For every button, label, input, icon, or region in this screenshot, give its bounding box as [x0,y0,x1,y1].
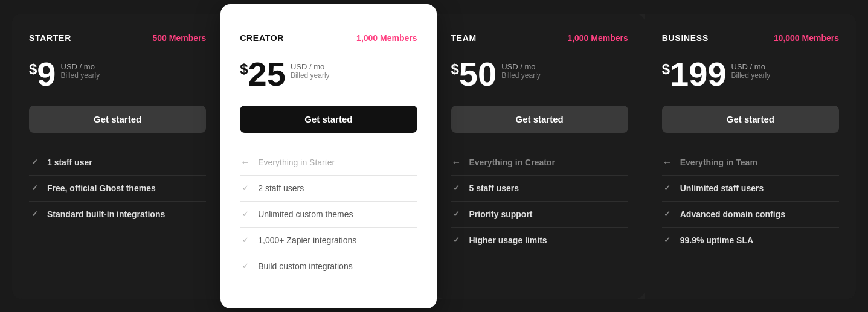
features-list-business: ←Everything in Team✓Unlimited staff user… [662,150,839,253]
feature-text-creator-3: 1,000+ Zapier integrations [258,235,356,245]
feature-text-team-1: 5 staff users [469,183,519,193]
get-started-starter[interactable]: Get started [29,106,206,133]
price-currency-business: $ [662,61,670,78]
check-icon: ✓ [240,183,251,194]
check-icon: ✓ [29,209,40,220]
plan-header-starter: STARTER500 Members [29,33,206,43]
feature-item-starter-1: ✓Free, official Ghost themes [29,176,206,202]
feature-text-business-0: Everything in Team [680,158,757,167]
check-icon: ✓ [662,235,673,246]
feature-text-creator-0: Everything in Starter [258,158,335,167]
feature-item-creator-2: ✓Unlimited custom themes [240,202,417,228]
features-list-starter: ✓1 staff user✓Free, official Ghost theme… [29,150,206,227]
feature-item-business-1: ✓Unlimited staff users [662,176,839,202]
get-started-creator[interactable]: Get started [240,106,417,133]
price-currency-creator: $ [240,61,248,78]
arrow-left-icon: ← [451,157,462,168]
plan-members-creator: 1,000 Members [356,33,417,43]
check-icon: ✓ [29,183,40,194]
feature-item-team-2: ✓Priority support [451,202,628,228]
price-billing-creator: Billed yearly [291,71,330,80]
price-currency-team: $ [451,61,459,78]
feature-text-starter-0: 1 staff user [47,158,92,167]
feature-item-business-2: ✓Advanced domain configs [662,202,839,228]
check-icon: ✓ [451,209,462,220]
plan-header-team: TEAM1,000 Members [451,33,628,43]
feature-item-creator-4: ✓Build custom integrations [240,253,417,279]
plan-header-business: BUSINESS10,000 Members [662,33,839,43]
pricing-container: STARTER500 Members$9USD / moBilled yearl… [12,14,856,299]
price-period-creator: USD / mo [291,62,330,71]
features-list-creator: ←Everything in Starter✓2 staff users✓Unl… [240,150,417,279]
feature-text-business-2: Advanced domain configs [680,209,785,219]
price-currency-starter: $ [29,61,37,78]
check-icon: ✓ [662,183,673,194]
price-number-team: 50 [459,57,497,91]
check-icon: ✓ [29,157,40,168]
feature-item-business-3: ✓99.9% uptime SLA [662,228,839,253]
price-number-business: 199 [670,57,726,91]
price-period-starter: USD / mo [61,62,100,71]
plan-starter: STARTER500 Members$9USD / moBilled yearl… [12,14,223,299]
feature-text-creator-2: Unlimited custom themes [258,209,353,219]
check-icon: ✓ [240,261,251,272]
feature-text-team-2: Priority support [469,209,533,219]
feature-text-business-1: Unlimited staff users [680,183,764,193]
plan-name-starter: STARTER [29,33,71,43]
feature-item-team-0: ←Everything in Creator [451,150,628,176]
check-icon: ✓ [662,209,673,220]
feature-item-business-0: ←Everything in Team [662,150,839,176]
plan-business: BUSINESS10,000 Members$199USD / moBilled… [645,14,856,299]
feature-text-business-3: 99.9% uptime SLA [680,235,753,245]
plan-price-starter: $9USD / moBilled yearly [29,57,206,91]
feature-item-starter-0: ✓1 staff user [29,150,206,176]
check-icon: ✓ [451,183,462,194]
plan-header-creator: CREATOR1,000 Members [240,33,417,43]
feature-text-team-0: Everything in Creator [469,158,555,167]
plan-price-business: $199USD / moBilled yearly [662,57,839,91]
plan-members-starter: 500 Members [153,33,207,43]
feature-item-team-1: ✓5 staff users [451,176,628,202]
feature-text-creator-4: Build custom integrations [258,261,352,271]
feature-item-creator-0: ←Everything in Starter [240,150,417,176]
plan-price-team: $50USD / moBilled yearly [451,57,628,91]
price-number-creator: 25 [248,57,286,91]
plan-team: TEAM1,000 Members$50USD / moBilled yearl… [434,14,645,299]
price-number-starter: 9 [37,57,56,91]
price-billing-business: Billed yearly [731,71,771,80]
check-icon: ✓ [240,209,251,220]
plan-name-creator: CREATOR [240,33,284,43]
check-icon: ✓ [451,235,462,246]
feature-text-team-3: Higher usage limits [469,235,547,245]
feature-text-starter-1: Free, official Ghost themes [47,183,156,193]
feature-item-creator-3: ✓1,000+ Zapier integrations [240,228,417,253]
feature-text-creator-1: 2 staff users [258,183,304,193]
plan-creator: CREATOR1,000 Members$25USD / moBilled ye… [220,4,436,308]
price-period-business: USD / mo [731,62,771,71]
plan-members-team: 1,000 Members [567,33,628,43]
plan-name-team: TEAM [451,33,477,43]
features-list-team: ←Everything in Creator✓5 staff users✓Pri… [451,150,628,253]
feature-item-creator-1: ✓2 staff users [240,176,417,202]
get-started-team[interactable]: Get started [451,106,628,133]
price-billing-team: Billed yearly [501,71,541,80]
arrow-left-icon: ← [240,157,251,168]
plan-name-business: BUSINESS [662,33,709,43]
price-period-team: USD / mo [501,62,541,71]
price-billing-starter: Billed yearly [61,71,100,80]
feature-text-starter-2: Standard built-in integrations [47,209,165,219]
plan-price-creator: $25USD / moBilled yearly [240,57,417,91]
check-icon: ✓ [240,235,251,246]
plan-members-business: 10,000 Members [774,33,839,43]
feature-item-starter-2: ✓Standard built-in integrations [29,202,206,227]
feature-item-team-3: ✓Higher usage limits [451,228,628,253]
get-started-business[interactable]: Get started [662,106,839,133]
arrow-left-icon: ← [662,157,673,168]
